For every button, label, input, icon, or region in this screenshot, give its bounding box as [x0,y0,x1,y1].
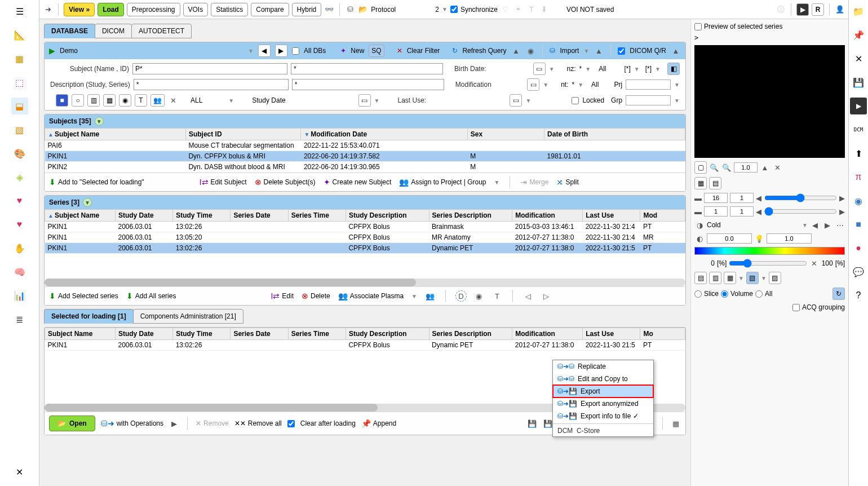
lcol-lastuse[interactable]: Last Use [583,328,640,340]
lcol-serdesc[interactable]: Series Description [429,328,512,340]
save-icon[interactable]: 💾 [527,418,537,428]
lastuse-dd-icon[interactable]: ▼ [525,98,531,104]
cm-prev-icon[interactable]: ◀ [810,220,820,230]
col-series-subject[interactable]: ▲Subject Name [45,210,116,222]
edit-series-button[interactable]: I⇄Edit [271,291,294,301]
new-button[interactable]: New [351,47,364,55]
clear-filter-button[interactable]: Clear Filter [407,47,440,55]
col-mod-date[interactable]: ▼Modification Date [301,129,467,140]
hybrid-button[interactable]: Hybrid [292,3,322,16]
check-icon[interactable]: ◉ [525,46,535,56]
lcol-serdate[interactable]: Series Date [231,328,288,340]
frame-prev-icon[interactable]: ◀ [756,193,762,203]
slice-prev-icon[interactable]: ◀ [756,206,762,217]
arrow-icon[interactable]: ➜ [43,5,53,15]
cm-next-icon[interactable]: ▶ [822,220,832,230]
zoom-reset-icon[interactable]: ✕ [772,162,782,173]
locked-checkbox[interactable] [572,97,579,104]
series-collapse-icon[interactable]: ▼ [83,198,92,207]
lastuse-cal-icon[interactable]: ▭ [510,94,522,107]
close-icon[interactable]: ✕ [11,463,28,480]
brain-icon[interactable]: 🧠 [11,263,28,280]
lut-a-icon[interactable]: ▤ [694,272,707,284]
zoom-fit-icon[interactable]: ▢ [694,161,707,174]
col-study-date[interactable]: Study Date [115,210,172,222]
preview-checkbox[interactable] [694,23,702,30]
terminal-icon[interactable]: ▶ [796,3,809,16]
rs-up-icon[interactable]: ⬆ [850,145,867,162]
next-icon[interactable]: ▷ [541,291,551,301]
series-row[interactable]: PKIN12006.03.0113:02:26CPFPX BolusBrainm… [45,222,685,232]
info-icon[interactable]: ⓘ [776,5,786,15]
clear-shapes-icon[interactable]: ✕ [168,95,178,105]
col-sex[interactable]: Sex [467,129,544,140]
frame-b-input[interactable] [730,193,754,203]
popup-cstore[interactable]: C-Store [577,427,600,435]
edit-subject-button[interactable]: I⇄Edit Subject [200,178,247,187]
import-expand-icon[interactable]: ▲ [594,46,604,56]
remove-all-button[interactable]: ✕✕Remove all [234,419,282,427]
folder-open-icon[interactable]: 📂 [358,5,368,15]
zoom-out-icon[interactable]: 🔍 [709,162,719,173]
mod-cal-icon[interactable]: ▭ [527,78,539,91]
pet-heart-icon[interactable]: ♥ [11,192,28,209]
circle-tool-icon[interactable]: D [456,291,466,301]
next-source-icon[interactable]: ▶ [275,45,287,57]
t-icon[interactable]: T [526,5,537,15]
tab-selected-loading[interactable]: Selected for loading [1] [44,309,134,324]
subject-name-input[interactable] [132,63,287,74]
shape-t-icon[interactable]: T [135,94,147,107]
lcol-mod[interactable]: Modification [512,328,583,340]
dicom-qr-checkbox[interactable] [618,47,625,55]
lcol-sertime[interactable]: Series Time [288,328,346,340]
play-ops-icon[interactable]: ▶ [169,418,179,428]
delete-series-button[interactable]: ⊗Delete [302,291,330,301]
import-button[interactable]: Import [560,47,579,55]
zoom-input[interactable] [734,162,758,173]
prev-icon[interactable]: ◁ [523,291,533,301]
frame-slider[interactable] [764,193,837,202]
tab-dicom[interactable]: DICOM [95,24,132,38]
append-button[interactable]: 📌Append [361,419,396,428]
rs-stop-icon[interactable]: ■ [850,216,867,233]
slice-b-input[interactable] [730,206,754,217]
col-series-mod[interactable]: Modification [512,210,583,222]
subjects-collapse-icon[interactable]: ▼ [95,117,104,126]
slice-slider[interactable] [764,207,837,216]
b1-dd-icon[interactable]: ▼ [634,66,640,72]
subject-row[interactable]: PKIN2Dyn. DASB without blood & MRI2022-0… [45,162,685,173]
window-slider[interactable] [729,259,807,268]
delete-subject-button[interactable]: ⊗Delete Subject(s) [255,178,316,187]
clear-after-checkbox[interactable] [287,420,295,427]
rs-folder-icon[interactable]: 📁 [850,3,867,20]
play-icon[interactable]: ▶ [49,46,55,55]
col-series-modality[interactable]: Mod [640,210,685,222]
lut-d-dd-icon[interactable]: ▼ [761,275,767,281]
nt-dd-icon[interactable]: ▼ [578,82,583,88]
rs-chat-icon[interactable]: 💬 [850,263,867,280]
squares-icon[interactable]: ▧ [11,121,28,138]
shape-cam-icon[interactable]: ◉ [119,94,131,107]
mri-heart-icon[interactable]: ♥ [11,216,28,233]
tab-autodetect[interactable]: AUTODETECT [131,24,192,38]
series-scrollbar[interactable] [45,279,685,286]
pctx-icon[interactable]: ✕ [809,258,820,268]
series-row[interactable]: PKIN12006.03.0113:02:26CPFPX BolusDynami… [45,243,685,254]
vois-button[interactable]: VOIs [183,3,209,16]
query-source[interactable]: Demo [60,47,243,55]
bracket2-label[interactable]: [*] [645,65,652,73]
birthdate-cal-icon[interactable]: ▭ [533,63,546,75]
k12-icon[interactable]: ▦ [11,50,28,67]
dicom-qr-expand-icon[interactable]: ▲ [671,46,681,56]
subject-row[interactable]: PKIN1Dyn. CPFPX bolus & MRI2022-06-20 14… [45,151,685,162]
range-min-input[interactable] [707,233,752,244]
study-desc-input[interactable] [134,79,289,90]
rs-close-icon[interactable]: ✕ [850,50,867,67]
col-series-date[interactable]: Series Date [231,210,288,222]
series-desc-input[interactable] [292,79,444,90]
import-dropdown-icon[interactable]: ▼ [583,48,589,54]
down-icon[interactable]: ⬇ [539,5,550,15]
lcol-stime[interactable]: Study Time [173,328,231,340]
view-mode2-icon[interactable]: ▤ [709,177,721,189]
heart-icon[interactable]: ♡ [501,5,511,15]
